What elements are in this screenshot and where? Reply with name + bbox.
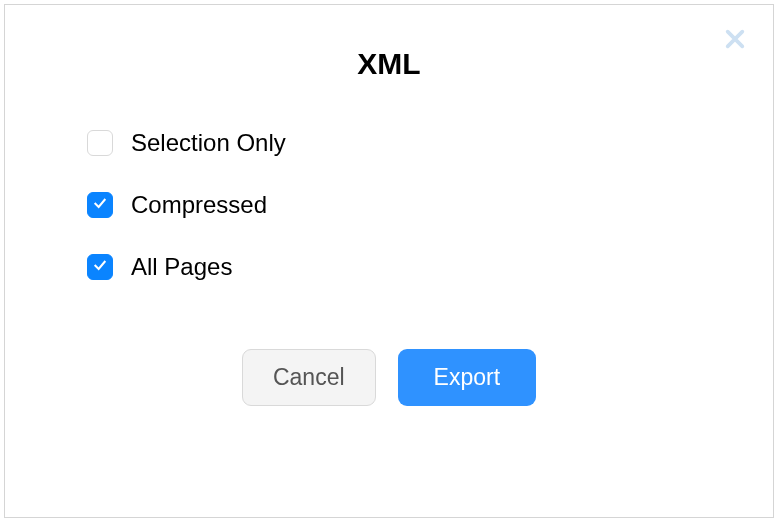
option-compressed: Compressed xyxy=(87,191,733,219)
option-all-pages: All Pages xyxy=(87,253,733,281)
dialog-title: XML xyxy=(45,47,733,81)
option-label: All Pages xyxy=(131,253,232,281)
checkbox-compressed[interactable] xyxy=(87,192,113,218)
checkbox-selection-only[interactable] xyxy=(87,130,113,156)
option-label: Selection Only xyxy=(131,129,286,157)
checkmark-icon xyxy=(92,195,108,215)
export-button[interactable]: Export xyxy=(398,349,536,406)
checkbox-all-pages[interactable] xyxy=(87,254,113,280)
export-xml-dialog: XML Selection Only Compressed All Pages xyxy=(4,4,774,518)
close-button[interactable] xyxy=(719,25,751,57)
close-icon xyxy=(724,28,746,54)
checkmark-icon xyxy=(92,257,108,277)
option-label: Compressed xyxy=(131,191,267,219)
options-group: Selection Only Compressed All Pages xyxy=(45,129,733,281)
dialog-buttons: Cancel Export xyxy=(45,349,733,406)
option-selection-only: Selection Only xyxy=(87,129,733,157)
cancel-button[interactable]: Cancel xyxy=(242,349,376,406)
